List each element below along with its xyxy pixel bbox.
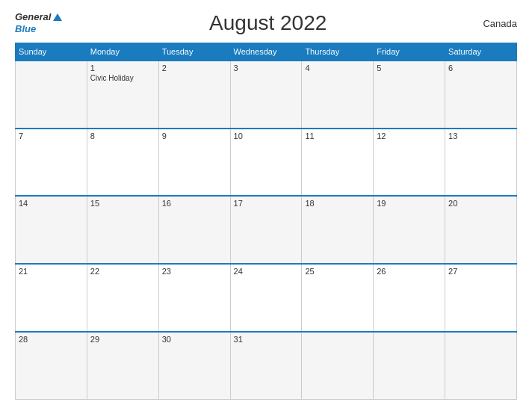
day-number: 29 [90,335,155,344]
day-number: 9 [162,132,227,140]
calendar-day: 30 [158,332,230,400]
calendar-header: General Blue August 2022 Canada [15,11,517,35]
calendar-day: 3 [230,61,302,129]
day-number: 13 [448,132,513,140]
header-monday: Monday [87,43,158,61]
week-row-3: 14151617181920 [16,196,517,264]
day-number: 3 [234,64,299,72]
calendar-day: 7 [16,129,87,197]
day-number: 31 [234,335,299,344]
header-tuesday: Tuesday [158,43,230,61]
calendar-day: 20 [445,196,517,264]
calendar-day: 23 [158,264,230,332]
calendar-day: 29 [87,332,158,400]
header-sunday: Sunday [16,43,87,61]
calendar-day: 8 [87,129,158,197]
calendar-day: 24 [230,264,302,332]
day-number: 30 [162,335,227,344]
country-label: Canada [472,18,517,29]
logo-triangle-icon [53,13,62,21]
day-number: 15 [90,199,155,208]
day-number: 18 [305,199,370,208]
header-friday: Friday [374,43,445,61]
week-row-4: 21222324252627 [16,264,517,332]
calendar-day: 14 [16,196,87,264]
calendar-day: 2 [158,61,230,129]
calendar-day: 27 [445,264,517,332]
calendar-table: Sunday Monday Tuesday Wednesday Thursday… [15,43,517,400]
calendar-day: 6 [445,61,517,129]
day-number: 1 [90,64,155,72]
header-thursday: Thursday [302,43,374,61]
day-number: 27 [448,267,513,276]
calendar-day: 22 [87,264,158,332]
day-event: Civic Holiday [90,74,155,82]
calendar-day [374,332,445,400]
calendar-day: 12 [374,129,445,197]
calendar-day [16,61,87,129]
day-number: 22 [90,267,155,276]
day-number: 5 [377,64,442,72]
calendar-day: 17 [230,196,302,264]
day-number: 25 [305,267,370,276]
day-number: 23 [162,267,227,276]
week-row-2: 78910111213 [16,129,517,197]
header-saturday: Saturday [445,43,517,61]
logo-blue-text: Blue [15,23,64,35]
calendar-day: 15 [87,196,158,264]
calendar-day: 16 [158,196,230,264]
logo: General Blue [15,11,64,34]
day-number: 21 [19,267,84,276]
day-number: 24 [234,267,299,276]
calendar-day: 5 [374,61,445,129]
day-number: 17 [234,199,299,208]
calendar-day: 26 [374,264,445,332]
calendar-day: 4 [302,61,374,129]
month-title: August 2022 [64,11,472,35]
day-number: 28 [19,335,84,344]
calendar-day: 10 [230,129,302,197]
calendar-day: 18 [302,196,374,264]
day-number: 16 [162,199,227,208]
day-number: 10 [234,132,299,140]
day-number: 6 [448,64,513,72]
day-number: 7 [19,132,84,140]
calendar-day: 1Civic Holiday [87,61,158,129]
day-number: 19 [377,199,442,208]
calendar-day: 11 [302,129,374,197]
calendar-day [445,332,517,400]
calendar-day: 25 [302,264,374,332]
calendar-day [302,332,374,400]
calendar-day: 21 [16,264,87,332]
day-number: 20 [448,199,513,208]
day-number: 11 [305,132,370,140]
week-row-5: 28293031 [16,332,517,400]
day-number: 2 [162,64,227,72]
calendar-day: 19 [374,196,445,264]
day-number: 4 [305,64,370,72]
day-number: 26 [377,267,442,276]
day-number: 8 [90,132,155,140]
calendar-day: 28 [16,332,87,400]
day-number: 12 [377,132,442,140]
header-wednesday: Wednesday [230,43,302,61]
calendar-day: 31 [230,332,302,400]
logo-general-text: General [15,11,51,23]
week-row-1: 1Civic Holiday23456 [16,61,517,129]
day-number: 14 [19,199,84,208]
calendar-day: 9 [158,129,230,197]
weekday-header-row: Sunday Monday Tuesday Wednesday Thursday… [16,43,517,61]
calendar-day: 13 [445,129,517,197]
